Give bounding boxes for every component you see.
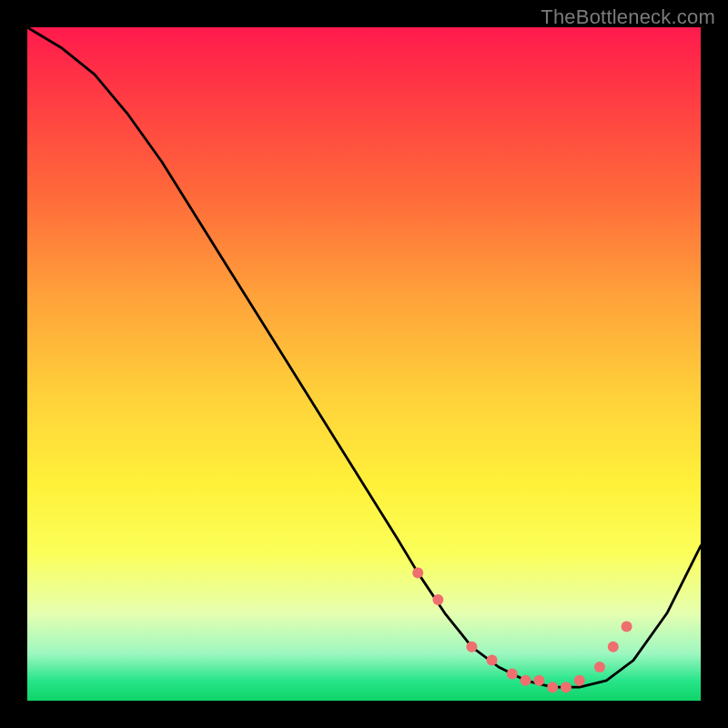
chart-container: TheBottleneck.com [0,0,728,728]
plot-area [27,27,701,701]
marker-point [574,675,585,686]
watermark-text: TheBottleneck.com [541,5,715,29]
marker-group [412,567,632,693]
curve-layer [27,27,701,701]
marker-point [521,675,531,686]
marker-point [466,642,477,652]
marker-point [432,594,443,605]
marker-point [622,622,632,632]
marker-point [594,662,605,672]
marker-point [487,655,498,666]
marker-point [533,675,544,686]
marker-point [412,567,423,578]
marker-point [507,668,518,679]
marker-point [561,682,571,693]
bottleneck-curve-path [27,27,701,687]
marker-point [547,682,558,693]
marker-point [608,642,619,652]
